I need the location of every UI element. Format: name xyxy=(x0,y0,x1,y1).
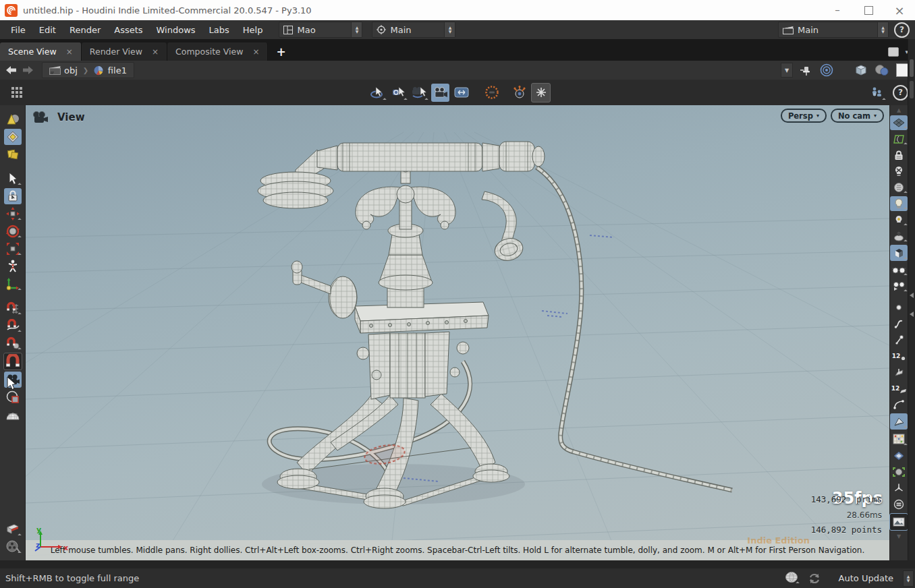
new-tab-button[interactable]: + xyxy=(268,42,294,61)
view-tumble-tool-icon[interactable] xyxy=(368,84,387,102)
stowed-bar[interactable] xyxy=(910,81,914,98)
handles-tool-icon[interactable] xyxy=(4,276,22,292)
render-view-icon[interactable] xyxy=(510,84,528,102)
menu-assets[interactable]: Assets xyxy=(107,20,149,39)
shelf-selector[interactable]: Main ▲▼ xyxy=(372,22,455,38)
menu-help[interactable]: Help xyxy=(236,20,270,39)
shade-open-curves-icon[interactable] xyxy=(890,413,908,430)
view-snapshot-icon[interactable] xyxy=(889,513,908,531)
update-mode-spinner[interactable]: ▲▼ xyxy=(903,570,914,587)
capture-weights-icon[interactable] xyxy=(890,497,908,512)
snap-curve-icon[interactable] xyxy=(4,318,22,334)
display-point-normals-icon[interactable] xyxy=(890,316,908,331)
high-quality-lighting-icon[interactable] xyxy=(890,196,908,211)
path-dropdown-button[interactable]: ▼ xyxy=(781,63,793,78)
maximize-button[interactable] xyxy=(853,0,884,20)
render-region-icon[interactable] xyxy=(4,389,22,405)
view-zoom-tool-icon[interactable] xyxy=(389,84,408,102)
shading-mode-icon[interactable] xyxy=(890,245,908,261)
group-list-icon[interactable] xyxy=(890,448,908,463)
select-objects-mode-icon[interactable] xyxy=(4,111,22,127)
toolbox-grid-icon[interactable] xyxy=(7,84,26,102)
select-tool-icon[interactable] xyxy=(4,171,22,187)
secure-selection-icon[interactable] xyxy=(4,188,22,204)
rail-scroll-up-icon[interactable]: ▲ xyxy=(897,105,901,115)
particle-origins-icon[interactable] xyxy=(890,481,908,496)
menu-file[interactable]: File xyxy=(4,20,32,39)
display-point-numbers-icon[interactable]: 12 xyxy=(890,349,908,363)
radial-menu-icon[interactable] xyxy=(820,63,833,77)
desktop-selector-spinner[interactable]: ▲▼ xyxy=(351,22,362,37)
sculpt-brush-icon[interactable] xyxy=(4,407,22,423)
shadows-lighting-icon[interactable] xyxy=(890,212,908,227)
snap-point-icon[interactable] xyxy=(4,335,22,351)
scene-viewport[interactable]: View Persp▾ No cam▾ Left mouse tumbles. … xyxy=(26,105,889,560)
display-prim-normals-icon[interactable] xyxy=(890,365,908,380)
display-points-icon[interactable] xyxy=(890,300,908,315)
scale-tool-icon[interactable] xyxy=(4,241,22,257)
view-dolly-tool-icon[interactable] xyxy=(410,84,428,102)
multi-snap-icon[interactable] xyxy=(3,353,22,370)
memory-brain-icon[interactable] xyxy=(785,571,800,585)
main-help-icon[interactable]: ? xyxy=(894,22,910,38)
pane-layout-icon[interactable] xyxy=(888,47,899,57)
menu-render[interactable]: Render xyxy=(63,20,107,39)
take-selector-spinner[interactable]: ▲▼ xyxy=(877,22,888,37)
display-uv-texture-icon[interactable] xyxy=(890,431,908,447)
geometry-cube-icon[interactable] xyxy=(854,63,868,77)
shelf-selector-spinner[interactable]: ▲▼ xyxy=(444,22,455,37)
active-visualizers-icon[interactable] xyxy=(890,278,908,293)
breadcrumb-obj[interactable]: obj xyxy=(47,65,80,76)
selection-ring-icon[interactable] xyxy=(482,84,501,102)
display-point-trails-icon[interactable] xyxy=(890,332,908,347)
viewport-lock-icon[interactable] xyxy=(890,148,908,163)
menu-labs[interactable]: Labs xyxy=(202,20,236,39)
group-highlight-icon[interactable] xyxy=(890,465,908,479)
take-selector[interactable]: Main ▲▼ xyxy=(778,22,889,38)
tab-render-view[interactable]: Render View × xyxy=(82,42,167,61)
camera-select-button[interactable]: No cam▾ xyxy=(831,109,884,123)
translate-tool-icon[interactable] xyxy=(4,206,22,222)
normal-lighting-icon[interactable] xyxy=(890,180,908,195)
snap-grid-icon[interactable] xyxy=(4,300,22,316)
tab-close-icon[interactable]: × xyxy=(152,47,159,57)
frame-selected-icon[interactable] xyxy=(452,84,470,102)
tab-close-icon[interactable]: × xyxy=(252,47,259,57)
stowed-bar[interactable] xyxy=(910,59,914,77)
tab-scene-view[interactable]: Scene View × xyxy=(0,42,82,61)
breadcrumb-file1[interactable]: file1 xyxy=(91,65,130,76)
tab-close-icon[interactable]: × xyxy=(66,47,73,57)
flipbook-icon[interactable] xyxy=(4,539,22,555)
select-prims-mode-icon[interactable] xyxy=(4,146,22,163)
pose-tool-icon[interactable] xyxy=(4,258,22,274)
pin-pane-icon[interactable] xyxy=(800,65,813,76)
construction-plane-icon[interactable] xyxy=(890,115,908,130)
back-button[interactable] xyxy=(5,65,18,75)
menu-edit[interactable]: Edit xyxy=(32,20,63,39)
rotate-tool-icon[interactable] xyxy=(4,223,22,239)
stow-arrows-icon[interactable] xyxy=(909,290,914,320)
headlight-off-icon[interactable] xyxy=(890,164,908,179)
visualizers-icon[interactable] xyxy=(890,262,908,277)
minimize-button[interactable]: – xyxy=(822,0,853,20)
projection-button[interactable]: Persp▾ xyxy=(781,109,827,123)
close-button[interactable]: × xyxy=(884,0,915,20)
geometry-spheres-icon[interactable] xyxy=(875,63,889,77)
viewport-help-icon[interactable]: ? xyxy=(893,85,908,100)
snapshot-settings-icon[interactable] xyxy=(531,83,551,102)
recook-refresh-icon[interactable] xyxy=(808,572,821,585)
display-profile-curves-icon[interactable] xyxy=(890,397,908,412)
forward-button[interactable] xyxy=(22,65,34,75)
display-prim-numbers-icon[interactable]: 12 xyxy=(890,381,908,396)
display-options-icon[interactable] xyxy=(868,84,886,102)
reference-plane-icon[interactable] xyxy=(890,131,908,146)
take-snapshot-icon[interactable] xyxy=(4,521,22,537)
rail-scroll-down-icon[interactable]: ▼ xyxy=(897,531,901,541)
menu-windows[interactable]: Windows xyxy=(150,20,202,39)
desktop-selector[interactable]: Mao ▲▼ xyxy=(279,22,362,38)
tab-composite-view[interactable]: Composite View × xyxy=(167,42,268,61)
update-mode-select[interactable]: Auto Update xyxy=(829,573,895,583)
view-cameras-icon[interactable] xyxy=(431,84,449,102)
displacement-icon[interactable] xyxy=(890,229,908,243)
select-points-mode-icon[interactable] xyxy=(4,129,22,145)
